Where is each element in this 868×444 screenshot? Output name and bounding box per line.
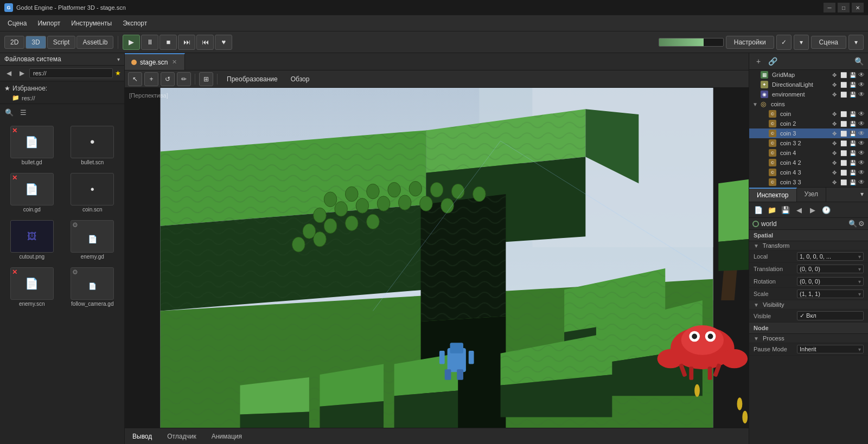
notification-button[interactable]: ✓ (776, 35, 792, 50)
inspector-save-button[interactable]: 💾 (780, 204, 792, 216)
mode-script-button[interactable]: Script (47, 36, 76, 49)
inspector-tab-dropdown[interactable]: ▾ (856, 188, 868, 202)
eye-icon[interactable]: 👁 (858, 81, 865, 88)
debugger-tab[interactable]: Отладчик (164, 430, 199, 442)
list-item[interactable]: • bullet.scn (64, 124, 122, 168)
filesystem-dropdown-icon[interactable]: ▾ (117, 56, 120, 62)
tree-item-coins[interactable]: ▼ ◎ coins (749, 99, 868, 109)
rotate-tool-button[interactable]: ↺ (161, 72, 175, 86)
world-settings-button[interactable]: ⚙ (858, 220, 865, 228)
svg-marker-31 (240, 412, 309, 428)
eye-icon[interactable]: 👁 (858, 120, 865, 127)
inspector-file-button[interactable]: 📄 (752, 204, 764, 216)
add-tool-button[interactable]: + (144, 72, 158, 86)
add-node-button[interactable]: + (752, 55, 764, 67)
movie-button[interactable]: ♥ (215, 35, 232, 50)
viewport[interactable]: [Перспектива] (125, 88, 749, 428)
tree-item-coin43[interactable]: © coin 4 3 ✥ ⬜ 💾 👁 (749, 168, 868, 177)
mode-2d-button[interactable]: 2D (4, 36, 24, 49)
list-item[interactable]: ✕ 📄 bullet.gd (3, 124, 61, 168)
local-value[interactable]: 1, 0, 0, 0, ... ▾ (797, 252, 864, 261)
play-scene-button[interactable]: ⏭ (178, 35, 195, 50)
visible-prop-row: Visible ✓ Вкл (749, 310, 868, 323)
tree-item-coin3[interactable]: © coin 3 ✥ ⬜ 💾 👁 (749, 128, 868, 138)
select-tool-button[interactable]: ↖ (128, 72, 142, 86)
grid-button[interactable]: ⊞ (199, 72, 213, 86)
tree-item-coin[interactable]: © coin ✥ ⬜ 💾 👁 (749, 109, 868, 119)
menu-import[interactable]: Импорт (32, 17, 66, 29)
visible-value[interactable]: ✓ Вкл (797, 311, 864, 320)
tab-close-button[interactable]: ✕ (171, 59, 178, 66)
menu-export[interactable]: Экспорт (117, 17, 152, 29)
tree-item-gridmap[interactable]: ▦ GridMap ✥ ⬜ 💾 👁 (749, 70, 868, 80)
eye-icon[interactable]: 👁 (858, 159, 865, 166)
inspector-folder-button[interactable]: 📁 (766, 204, 778, 216)
output-tab[interactable]: Вывод (129, 430, 155, 442)
file-thumb-bullet-scn: • (71, 126, 114, 158)
eye-icon[interactable]: 👁 (858, 110, 865, 118)
pause-button[interactable]: ⏸ (141, 35, 158, 50)
scene-dropdown-button[interactable]: ▾ (848, 35, 864, 50)
rotation-value[interactable]: (0, 0, 0) ▾ (797, 277, 864, 286)
tree-item-coin32[interactable]: © coin 3 2 ✥ ⬜ 💾 👁 (749, 138, 868, 148)
fs-res-folder[interactable]: 📁 res:// (4, 93, 120, 102)
fs-forward-button[interactable]: ▶ (16, 68, 27, 79)
close-button[interactable]: ✕ (852, 3, 864, 12)
translation-value[interactable]: (0, 0, 0) ▾ (797, 265, 864, 273)
inspector-tab-inspector[interactable]: Инспектор (749, 188, 797, 202)
link-node-button[interactable]: 🔗 (767, 55, 778, 67)
mode-3d-button[interactable]: 3D (25, 36, 46, 49)
inspector-forward-button[interactable]: ▶ (807, 204, 819, 216)
inspector-tab-node[interactable]: Узел (797, 188, 827, 202)
animation-tab[interactable]: Анимация (208, 430, 245, 442)
paint-tool-button[interactable]: ✏ (177, 72, 191, 86)
file-name: bullet.scn (81, 159, 104, 165)
tree-item-environment[interactable]: ◉ environment ✥ ⬜ 💾 👁 (749, 89, 868, 99)
scale-value[interactable]: (1, 1, 1) ▾ (797, 289, 864, 298)
eye-icon[interactable]: 👁 (858, 169, 865, 176)
tree-item-coin2[interactable]: © coin 2 ✥ ⬜ 💾 👁 (749, 119, 868, 128)
fs-favorite-button[interactable]: ★ (115, 69, 121, 77)
fs-search-button[interactable]: 🔍 (3, 106, 15, 118)
settings-button[interactable]: Настройки (726, 36, 774, 49)
fs-list-button[interactable]: ☰ (17, 106, 29, 118)
fs-back-button[interactable]: ◀ (3, 68, 14, 79)
list-item[interactable]: ✕ 📄 coin.gd (3, 171, 61, 215)
minimize-button[interactable]: ─ (824, 3, 835, 12)
tab-stage-scn[interactable]: stage.scn ✕ (125, 53, 185, 70)
eye-icon[interactable]: 👁 (858, 91, 865, 98)
spatial-section[interactable]: Spatial (749, 230, 868, 241)
menu-tools[interactable]: Инструменты (66, 17, 117, 29)
eye-icon[interactable]: 👁 (858, 178, 865, 186)
eye-icon[interactable]: 👁 (858, 149, 865, 157)
tree-search-button[interactable]: 🔍 (853, 55, 865, 67)
menu-scene[interactable]: Сцена (2, 17, 32, 29)
list-item[interactable]: ⚙ 📄 follow_camera.gd (64, 265, 122, 309)
list-item[interactable]: 🖼 cutout.png (3, 218, 61, 262)
stop-button[interactable]: ■ (159, 35, 177, 50)
extra-button[interactable]: ▾ (794, 35, 809, 50)
tree-item-coin33[interactable]: © coin 3 3 ✥ ⬜ 💾 👁 (749, 177, 868, 187)
inspector-back-button[interactable]: ◀ (793, 204, 805, 216)
list-item[interactable]: ⚙ 📄 enemy.gd (64, 218, 122, 262)
fs-path[interactable]: res:// (29, 68, 113, 78)
eye-icon[interactable]: 👁 (858, 71, 865, 79)
eye-icon[interactable]: 👁 (858, 139, 865, 147)
maximize-button[interactable]: □ (838, 3, 850, 12)
transform-menu-button[interactable]: Преобразование (221, 73, 283, 85)
review-menu-button[interactable]: Обзор (285, 73, 315, 85)
list-item[interactable]: ✕ 📄 enemy.scn (3, 265, 61, 309)
inspector-history-button[interactable]: 🕐 (820, 204, 832, 216)
tree-item-directionallight[interactable]: ✦ DirectionalLight ✥ ⬜ 💾 👁 (749, 80, 868, 89)
mode-assetlib-button[interactable]: AssetLib (76, 36, 113, 49)
tree-item-coin4[interactable]: © coin 4 ✥ ⬜ 💾 👁 (749, 148, 868, 158)
eye-icon[interactable]: 👁 (858, 130, 865, 137)
pause-mode-value[interactable]: Inherit ▾ (797, 345, 864, 353)
node-section[interactable]: Node (749, 323, 868, 334)
play-custom-button[interactable]: ⏮ (196, 35, 214, 50)
world-search-button[interactable]: 🔍 (848, 220, 857, 228)
list-item[interactable]: • coin.scn (64, 171, 122, 215)
play-button[interactable]: ▶ (123, 35, 140, 50)
tree-item-coin42[interactable]: © coin 4 2 ✥ ⬜ 💾 👁 (749, 158, 868, 168)
scene-button[interactable]: Сцена (811, 36, 846, 49)
